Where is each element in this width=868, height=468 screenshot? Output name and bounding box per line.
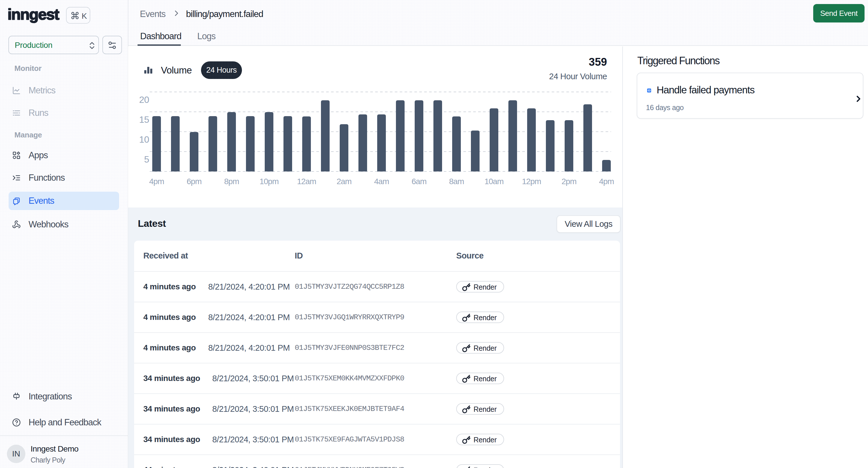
svg-text:6am: 6am xyxy=(411,177,426,186)
svg-text:12pm: 12pm xyxy=(522,177,541,186)
svg-text:4am: 4am xyxy=(374,177,389,186)
svg-text:4pm: 4pm xyxy=(149,177,164,186)
svg-text:20: 20 xyxy=(139,95,149,105)
svg-text:5: 5 xyxy=(144,154,149,165)
svg-text:inngest: inngest xyxy=(7,5,59,23)
svg-text:8pm: 8pm xyxy=(224,177,239,186)
svg-text:4pm: 4pm xyxy=(599,177,614,186)
svg-text:2am: 2am xyxy=(337,177,351,186)
svg-text:10am: 10am xyxy=(485,177,503,186)
svg-text:10pm: 10pm xyxy=(259,177,279,186)
svg-text:8am: 8am xyxy=(449,177,464,186)
svg-text:2pm: 2pm xyxy=(561,177,576,186)
svg-text:6pm: 6pm xyxy=(187,177,201,186)
svg-text:15: 15 xyxy=(139,114,149,125)
svg-text:12am: 12am xyxy=(297,177,316,186)
svg-text:10: 10 xyxy=(139,134,149,145)
